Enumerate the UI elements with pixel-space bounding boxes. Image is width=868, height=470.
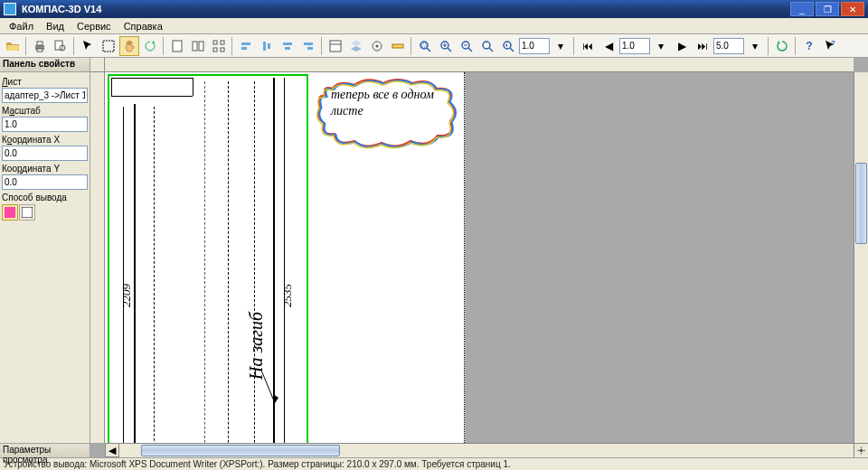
output-mode-mono[interactable]	[19, 204, 35, 221]
page-fit-icon[interactable]	[167, 36, 187, 56]
properties-panel: Панель свойств ЛЛистист адаптер_3 ->Лист…	[0, 58, 90, 457]
toolbar: ▾ ⏮ ◀ ▾ ▶ ⏭ ▾ ? ?	[0, 34, 868, 58]
scroll-nav-corner-icon[interactable]	[854, 443, 868, 457]
separator	[73, 37, 75, 55]
menu-service[interactable]: Сервис	[71, 20, 117, 33]
svg-rect-8	[199, 42, 203, 51]
dropdown-icon[interactable]: ▾	[745, 36, 765, 56]
drawing-centerline	[204, 81, 205, 443]
scrollbar-vertical[interactable]	[854, 72, 868, 443]
align-right-icon[interactable]	[298, 36, 318, 56]
drawing-dashed	[254, 81, 255, 443]
maximize-button[interactable]: ❐	[816, 2, 839, 16]
layers-icon[interactable]	[346, 36, 366, 56]
svg-line-30	[448, 48, 451, 52]
separator	[25, 37, 27, 55]
svg-rect-5	[103, 41, 114, 52]
close-button[interactable]: ✕	[841, 2, 864, 16]
zoom-window-icon[interactable]	[415, 36, 435, 56]
dim-line	[123, 107, 124, 443]
zoom-fit-icon[interactable]	[477, 36, 497, 56]
drawing-line	[111, 78, 193, 79]
svg-line-39	[510, 48, 514, 52]
dropdown-icon[interactable]: ▾	[651, 36, 671, 56]
svg-rect-2	[37, 49, 42, 52]
svg-point-45	[860, 449, 863, 453]
rotate-icon[interactable]	[140, 36, 160, 56]
sheet-select[interactable]: адаптер_3 ->Лист 1	[2, 88, 88, 103]
output-mode-label: Способ вывода	[2, 193, 88, 202]
menu-view[interactable]: Вид	[41, 20, 70, 33]
select-frame-icon[interactable]	[99, 36, 118, 56]
separator	[795, 37, 797, 55]
scrollbar-horizontal[interactable]	[105, 443, 854, 457]
svg-line-27	[427, 48, 430, 52]
nav-next-icon[interactable]: ▶	[672, 36, 692, 56]
preview-icon[interactable]	[51, 36, 71, 56]
svg-rect-9	[213, 41, 217, 44]
page-edge	[464, 72, 465, 443]
nav-last-icon[interactable]: ⏭	[693, 36, 712, 56]
nav-prev-icon[interactable]: ◀	[599, 36, 618, 56]
scale-select[interactable]: 1.0	[2, 117, 88, 132]
grid-icon[interactable]	[209, 36, 229, 56]
svg-rect-14	[241, 47, 247, 50]
drawing-line	[111, 96, 193, 97]
nav-first-icon[interactable]: ⏮	[578, 36, 598, 56]
app-icon	[4, 3, 16, 15]
snap-icon[interactable]	[367, 36, 387, 56]
drawing-dashed	[154, 107, 155, 443]
align-h-icon[interactable]	[257, 36, 277, 56]
dropdown-icon[interactable]: ▾	[551, 36, 571, 56]
menubar: Файл Вид Сервис Справка	[0, 18, 868, 34]
svg-rect-7	[193, 42, 197, 51]
svg-rect-42	[22, 207, 33, 218]
svg-rect-17	[283, 42, 292, 45]
scroll-thumb-h[interactable]	[141, 445, 340, 456]
svg-rect-11	[213, 48, 217, 52]
svg-rect-20	[307, 47, 313, 50]
viewport[interactable]: 2209 2535 На загиб теперь все в одном ли…	[105, 72, 854, 443]
context-help-icon[interactable]: ?	[820, 36, 840, 56]
coordx-input[interactable]	[2, 146, 88, 161]
scroll-nav-left-icon[interactable]: ◀	[105, 443, 119, 457]
svg-rect-21	[330, 41, 341, 52]
separator	[321, 37, 323, 55]
panel-title: Панель свойств	[0, 58, 90, 72]
output-mode-color[interactable]	[2, 204, 18, 221]
zoom-out-icon[interactable]	[457, 36, 476, 56]
canvas-area: 2209 2535 На загиб теперь все в одном ли…	[90, 58, 868, 457]
panel-tab-preview-params[interactable]: Параметры просмотра	[0, 443, 90, 457]
zoom-prev-icon[interactable]	[498, 36, 518, 56]
svg-rect-13	[241, 42, 250, 45]
props-icon[interactable]	[326, 36, 345, 56]
drawing-line	[193, 78, 193, 96]
ruler-left	[90, 72, 105, 443]
help-icon[interactable]: ?	[799, 36, 819, 56]
svg-rect-25	[392, 44, 403, 48]
cursor-icon[interactable]	[78, 36, 98, 56]
minimize-button[interactable]: _	[790, 2, 814, 16]
drawing-dashed	[228, 81, 229, 443]
page-pair-icon[interactable]	[188, 36, 208, 56]
menu-help[interactable]: Справка	[118, 20, 168, 33]
ruler-icon[interactable]	[388, 36, 408, 56]
ruler-top	[105, 58, 854, 72]
open-icon[interactable]	[3, 36, 23, 56]
hand-icon[interactable]	[119, 36, 139, 56]
refresh-icon[interactable]	[772, 36, 792, 56]
menu-file[interactable]: Файл	[4, 20, 39, 33]
svg-rect-18	[285, 47, 290, 50]
coordy-input[interactable]	[2, 174, 88, 190]
print-icon[interactable]	[30, 36, 50, 56]
align-v-icon[interactable]	[278, 36, 297, 56]
scroll-thumb-v[interactable]	[855, 163, 867, 244]
step-input[interactable]	[713, 38, 744, 54]
svg-rect-10	[221, 41, 224, 44]
scale-label: Масштаб	[2, 106, 88, 116]
zoom-input[interactable]	[519, 38, 550, 54]
zoom-in-icon[interactable]	[436, 36, 456, 56]
separator	[573, 37, 575, 55]
align-left-icon[interactable]	[236, 36, 256, 56]
scale-input[interactable]	[619, 38, 650, 54]
